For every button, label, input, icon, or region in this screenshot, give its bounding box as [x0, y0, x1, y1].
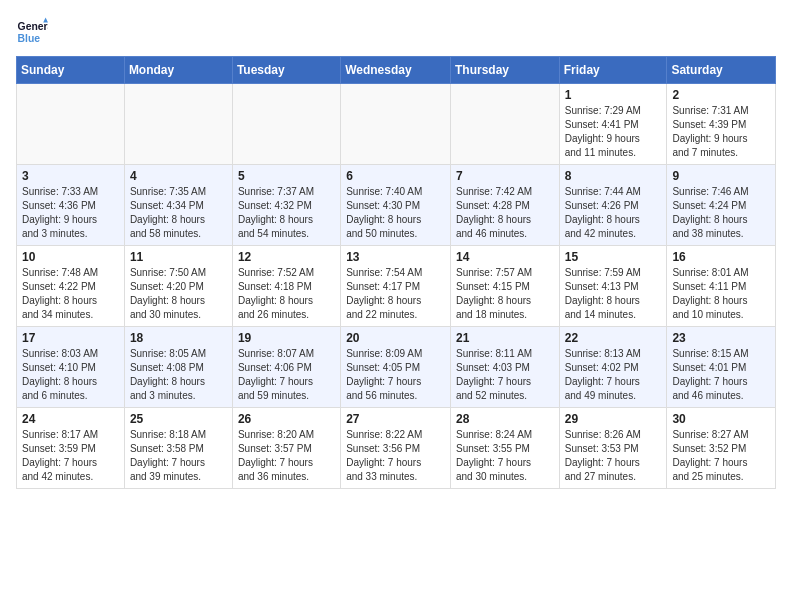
day-number: 13 — [346, 250, 445, 264]
calendar-cell: 17Sunrise: 8:03 AM Sunset: 4:10 PM Dayli… — [17, 327, 125, 408]
calendar-cell: 1Sunrise: 7:29 AM Sunset: 4:41 PM Daylig… — [559, 84, 667, 165]
day-info: Sunrise: 8:13 AM Sunset: 4:02 PM Dayligh… — [565, 347, 662, 403]
day-info: Sunrise: 8:07 AM Sunset: 4:06 PM Dayligh… — [238, 347, 335, 403]
day-number: 12 — [238, 250, 335, 264]
day-info: Sunrise: 7:29 AM Sunset: 4:41 PM Dayligh… — [565, 104, 662, 160]
svg-text:General: General — [18, 21, 48, 32]
calendar-cell: 21Sunrise: 8:11 AM Sunset: 4:03 PM Dayli… — [450, 327, 559, 408]
calendar-cell: 12Sunrise: 7:52 AM Sunset: 4:18 PM Dayli… — [232, 246, 340, 327]
calendar-cell: 19Sunrise: 8:07 AM Sunset: 4:06 PM Dayli… — [232, 327, 340, 408]
calendar-cell: 28Sunrise: 8:24 AM Sunset: 3:55 PM Dayli… — [450, 408, 559, 489]
day-number: 6 — [346, 169, 445, 183]
day-info: Sunrise: 7:50 AM Sunset: 4:20 PM Dayligh… — [130, 266, 227, 322]
day-number: 19 — [238, 331, 335, 345]
calendar-cell: 3Sunrise: 7:33 AM Sunset: 4:36 PM Daylig… — [17, 165, 125, 246]
day-number: 5 — [238, 169, 335, 183]
day-info: Sunrise: 8:27 AM Sunset: 3:52 PM Dayligh… — [672, 428, 770, 484]
column-header-friday: Friday — [559, 57, 667, 84]
calendar-cell: 4Sunrise: 7:35 AM Sunset: 4:34 PM Daylig… — [124, 165, 232, 246]
calendar-cell — [124, 84, 232, 165]
day-number: 20 — [346, 331, 445, 345]
week-row-4: 17Sunrise: 8:03 AM Sunset: 4:10 PM Dayli… — [17, 327, 776, 408]
week-row-1: 1Sunrise: 7:29 AM Sunset: 4:41 PM Daylig… — [17, 84, 776, 165]
day-info: Sunrise: 7:48 AM Sunset: 4:22 PM Dayligh… — [22, 266, 119, 322]
svg-text:Blue: Blue — [18, 33, 41, 44]
day-number: 11 — [130, 250, 227, 264]
day-info: Sunrise: 8:15 AM Sunset: 4:01 PM Dayligh… — [672, 347, 770, 403]
day-number: 9 — [672, 169, 770, 183]
day-number: 29 — [565, 412, 662, 426]
day-info: Sunrise: 8:09 AM Sunset: 4:05 PM Dayligh… — [346, 347, 445, 403]
calendar-cell: 23Sunrise: 8:15 AM Sunset: 4:01 PM Dayli… — [667, 327, 776, 408]
day-info: Sunrise: 7:33 AM Sunset: 4:36 PM Dayligh… — [22, 185, 119, 241]
day-number: 3 — [22, 169, 119, 183]
calendar-cell: 10Sunrise: 7:48 AM Sunset: 4:22 PM Dayli… — [17, 246, 125, 327]
calendar-cell: 13Sunrise: 7:54 AM Sunset: 4:17 PM Dayli… — [341, 246, 451, 327]
calendar-cell — [341, 84, 451, 165]
calendar-cell: 16Sunrise: 8:01 AM Sunset: 4:11 PM Dayli… — [667, 246, 776, 327]
day-number: 15 — [565, 250, 662, 264]
calendar-cell — [450, 84, 559, 165]
day-info: Sunrise: 7:31 AM Sunset: 4:39 PM Dayligh… — [672, 104, 770, 160]
day-number: 4 — [130, 169, 227, 183]
calendar-cell: 11Sunrise: 7:50 AM Sunset: 4:20 PM Dayli… — [124, 246, 232, 327]
calendar-cell: 5Sunrise: 7:37 AM Sunset: 4:32 PM Daylig… — [232, 165, 340, 246]
calendar-cell: 2Sunrise: 7:31 AM Sunset: 4:39 PM Daylig… — [667, 84, 776, 165]
day-number: 1 — [565, 88, 662, 102]
day-number: 16 — [672, 250, 770, 264]
calendar-cell: 27Sunrise: 8:22 AM Sunset: 3:56 PM Dayli… — [341, 408, 451, 489]
day-number: 14 — [456, 250, 554, 264]
calendar-cell: 22Sunrise: 8:13 AM Sunset: 4:02 PM Dayli… — [559, 327, 667, 408]
calendar-cell: 24Sunrise: 8:17 AM Sunset: 3:59 PM Dayli… — [17, 408, 125, 489]
day-info: Sunrise: 8:17 AM Sunset: 3:59 PM Dayligh… — [22, 428, 119, 484]
calendar: SundayMondayTuesdayWednesdayThursdayFrid… — [16, 56, 776, 489]
day-number: 25 — [130, 412, 227, 426]
svg-marker-2 — [43, 18, 48, 23]
day-number: 10 — [22, 250, 119, 264]
calendar-cell: 14Sunrise: 7:57 AM Sunset: 4:15 PM Dayli… — [450, 246, 559, 327]
calendar-cell: 30Sunrise: 8:27 AM Sunset: 3:52 PM Dayli… — [667, 408, 776, 489]
day-number: 2 — [672, 88, 770, 102]
logo-icon: General Blue — [16, 16, 48, 48]
day-number: 27 — [346, 412, 445, 426]
day-info: Sunrise: 8:11 AM Sunset: 4:03 PM Dayligh… — [456, 347, 554, 403]
column-header-saturday: Saturday — [667, 57, 776, 84]
day-info: Sunrise: 8:05 AM Sunset: 4:08 PM Dayligh… — [130, 347, 227, 403]
column-header-sunday: Sunday — [17, 57, 125, 84]
logo: General Blue — [16, 16, 52, 48]
column-header-thursday: Thursday — [450, 57, 559, 84]
day-info: Sunrise: 7:37 AM Sunset: 4:32 PM Dayligh… — [238, 185, 335, 241]
day-number: 26 — [238, 412, 335, 426]
calendar-cell: 9Sunrise: 7:46 AM Sunset: 4:24 PM Daylig… — [667, 165, 776, 246]
day-number: 17 — [22, 331, 119, 345]
day-number: 22 — [565, 331, 662, 345]
calendar-cell — [17, 84, 125, 165]
calendar-cell: 25Sunrise: 8:18 AM Sunset: 3:58 PM Dayli… — [124, 408, 232, 489]
calendar-cell: 7Sunrise: 7:42 AM Sunset: 4:28 PM Daylig… — [450, 165, 559, 246]
day-number: 28 — [456, 412, 554, 426]
day-info: Sunrise: 7:54 AM Sunset: 4:17 PM Dayligh… — [346, 266, 445, 322]
column-header-monday: Monday — [124, 57, 232, 84]
week-row-2: 3Sunrise: 7:33 AM Sunset: 4:36 PM Daylig… — [17, 165, 776, 246]
day-info: Sunrise: 7:42 AM Sunset: 4:28 PM Dayligh… — [456, 185, 554, 241]
day-number: 7 — [456, 169, 554, 183]
day-info: Sunrise: 7:46 AM Sunset: 4:24 PM Dayligh… — [672, 185, 770, 241]
calendar-cell: 15Sunrise: 7:59 AM Sunset: 4:13 PM Dayli… — [559, 246, 667, 327]
day-info: Sunrise: 7:44 AM Sunset: 4:26 PM Dayligh… — [565, 185, 662, 241]
calendar-cell: 20Sunrise: 8:09 AM Sunset: 4:05 PM Dayli… — [341, 327, 451, 408]
day-info: Sunrise: 8:01 AM Sunset: 4:11 PM Dayligh… — [672, 266, 770, 322]
day-info: Sunrise: 7:57 AM Sunset: 4:15 PM Dayligh… — [456, 266, 554, 322]
column-header-tuesday: Tuesday — [232, 57, 340, 84]
week-row-5: 24Sunrise: 8:17 AM Sunset: 3:59 PM Dayli… — [17, 408, 776, 489]
week-row-3: 10Sunrise: 7:48 AM Sunset: 4:22 PM Dayli… — [17, 246, 776, 327]
day-info: Sunrise: 7:35 AM Sunset: 4:34 PM Dayligh… — [130, 185, 227, 241]
calendar-cell: 18Sunrise: 8:05 AM Sunset: 4:08 PM Dayli… — [124, 327, 232, 408]
day-number: 24 — [22, 412, 119, 426]
day-info: Sunrise: 7:52 AM Sunset: 4:18 PM Dayligh… — [238, 266, 335, 322]
day-number: 18 — [130, 331, 227, 345]
day-info: Sunrise: 8:22 AM Sunset: 3:56 PM Dayligh… — [346, 428, 445, 484]
column-header-wednesday: Wednesday — [341, 57, 451, 84]
day-number: 30 — [672, 412, 770, 426]
day-info: Sunrise: 7:59 AM Sunset: 4:13 PM Dayligh… — [565, 266, 662, 322]
day-info: Sunrise: 8:20 AM Sunset: 3:57 PM Dayligh… — [238, 428, 335, 484]
